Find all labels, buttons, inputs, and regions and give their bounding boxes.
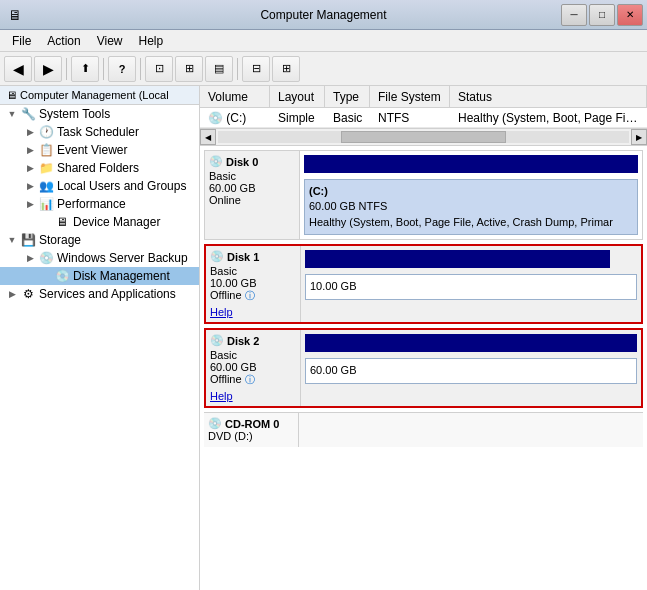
sidebar-item-label: Local Users and Groups [57,179,186,193]
menu-action[interactable]: Action [39,30,88,51]
disk1-name: 💿 Disk 1 [210,250,296,263]
expand-icon: ▶ [4,286,20,302]
menu-file[interactable]: File [4,30,39,51]
sidebar-item-shared-folders[interactable]: ▶ 📁 Shared Folders [0,159,199,177]
col-layout[interactable]: Layout [270,86,325,107]
sidebar-item-task-scheduler[interactable]: ▶ 🕐 Task Scheduler [0,123,199,141]
local-users-icon: 👥 [38,178,54,194]
sidebar-item-windows-backup[interactable]: ▶ 💿 Windows Server Backup [0,249,199,267]
cdrom-section[interactable]: 💿 CD-ROM 0 DVD (D:) [204,412,643,447]
menu-view[interactable]: View [89,30,131,51]
expand-icon: ▶ [22,142,38,158]
sidebar-item-local-users[interactable]: ▶ 👥 Local Users and Groups [0,177,199,195]
sidebar-item-event-viewer[interactable]: ▶ 📋 Event Viewer [0,141,199,159]
cell-layout: Simple [274,111,329,125]
sidebar-item-disk-management[interactable]: ▶ 💿 Disk Management [0,267,199,285]
sidebar-item-services-apps[interactable]: ▶ ⚙ Services and Applications [0,285,199,303]
minimize-button[interactable]: ─ [561,4,587,26]
disk1-icon: 💿 [210,250,224,263]
cdrom-label: DVD (D:) [208,430,294,442]
disk1-type: Basic [210,265,296,277]
scroll-thumb[interactable] [341,131,505,143]
disk2-section[interactable]: 💿 Disk 2 Basic 60.00 GB Offline ⓘ Help 6… [204,328,643,408]
toolbar: ◀ ▶ ⬆ ? ⊡ ⊞ ▤ ⊟ ⊞ [0,52,647,86]
col-filesystem[interactable]: File System [370,86,450,107]
disk0-section[interactable]: 💿 Disk 0 Basic 60.00 GB Online (C:) 60.0… [204,150,643,240]
cdrom-name: 💿 CD-ROM 0 [208,417,294,430]
device-manager-icon: 🖥 [54,214,70,230]
sidebar-item-label: Services and Applications [39,287,176,301]
column-headers: Volume Layout Type File System Status [200,86,647,108]
disk0-type: Basic [209,170,295,182]
menu-help[interactable]: Help [131,30,172,51]
disk0-size: 60.00 GB [209,182,295,194]
expand-icon: ▶ [22,160,38,176]
sidebar-item-device-manager[interactable]: ▶ 🖥 Device Manager [0,213,199,231]
backup-icon: 💿 [38,250,54,266]
main-layout: 🖥 Computer Management (Local ▼ 🔧 System … [0,86,647,590]
disk2-info: 💿 Disk 2 Basic 60.00 GB Offline ⓘ Help [206,330,301,406]
disk0-partition: (C:) 60.00 GB NTFS Healthy (System, Boot… [304,179,638,235]
disk2-info-icon: ⓘ [245,374,255,385]
volume-icon: 💿 [208,111,223,125]
disk2-size: 60.00 GB [210,361,296,373]
disk1-bar [305,250,610,268]
disk1-info-icon: ⓘ [245,290,255,301]
title-bar: 🖥 Computer Management ─ □ ✕ [0,0,647,30]
disk2-name: 💿 Disk 2 [210,334,296,347]
toolbar-forward[interactable]: ▶ [34,56,62,82]
sidebar-item-performance[interactable]: ▶ 📊 Performance [0,195,199,213]
toolbar-up[interactable]: ⬆ [71,56,99,82]
disk1-help-link[interactable]: Help [210,306,233,318]
disk1-size: 10.00 GB [210,277,296,289]
tree-root[interactable]: 🖥 Computer Management (Local [0,86,199,105]
disk1-section[interactable]: 💿 Disk 1 Basic 10.00 GB Offline ⓘ Help 1… [204,244,643,324]
scroll-right-button[interactable]: ▶ [631,129,647,145]
cdrom-icon: 💿 [208,417,222,430]
window-title: Computer Management [260,8,386,22]
disk2-partition: 60.00 GB [305,358,637,383]
services-icon: ⚙ [20,286,36,302]
toolbar-btn1[interactable]: ⊡ [145,56,173,82]
col-type[interactable]: Type [325,86,370,107]
scroll-track[interactable] [218,131,629,143]
disk1-info: 💿 Disk 1 Basic 10.00 GB Offline ⓘ Help [206,246,301,322]
col-status[interactable]: Status [450,86,647,107]
disk2-icon: 💿 [210,334,224,347]
sidebar-item-storage[interactable]: ▼ 💾 Storage [0,231,199,249]
sidebar-item-label: Disk Management [73,269,170,283]
task-scheduler-icon: 🕐 [38,124,54,140]
sidebar-item-label: Windows Server Backup [57,251,188,265]
sidebar-item-label: Task Scheduler [57,125,139,139]
disk1-partition-detail: 10.00 GB [310,279,632,294]
toolbar-btn4[interactable]: ⊟ [242,56,270,82]
expand-icon: ▼ [4,232,20,248]
disk2-help-link[interactable]: Help [210,390,233,402]
toolbar-btn2[interactable]: ⊞ [175,56,203,82]
toolbar-back[interactable]: ◀ [4,56,32,82]
toolbar-btn3[interactable]: ▤ [205,56,233,82]
storage-icon: 💾 [20,232,36,248]
disk0-bar [304,155,638,173]
disk0-partition-label: (C:) [309,184,633,199]
col-volume[interactable]: Volume [200,86,270,107]
sidebar-item-label: System Tools [39,107,110,121]
right-panel: Volume Layout Type File System Status 💿 … [200,86,647,590]
expand-icon: ▶ [22,250,38,266]
disk2-type: Basic [210,349,296,361]
toolbar-btn5[interactable]: ⊞ [272,56,300,82]
table-row[interactable]: 💿 (C:) Simple Basic NTFS Healthy (System… [200,108,647,128]
sidebar-item-label: Event Viewer [57,143,127,157]
sidebar-item-system-tools[interactable]: ▼ 🔧 System Tools [0,105,199,123]
disk0-name: 💿 Disk 0 [209,155,295,168]
disk2-bar [305,334,637,352]
close-button[interactable]: ✕ [617,4,643,26]
title-bar-icon: 🖥 [8,7,22,23]
tree-root-icon: 🖥 [6,89,20,101]
maximize-button[interactable]: □ [589,4,615,26]
horizontal-scrollbar[interactable]: ◀ ▶ [200,128,647,146]
toolbar-help[interactable]: ? [108,56,136,82]
sidebar-item-label: Shared Folders [57,161,139,175]
cell-type: Basic [329,111,374,125]
scroll-left-button[interactable]: ◀ [200,129,216,145]
